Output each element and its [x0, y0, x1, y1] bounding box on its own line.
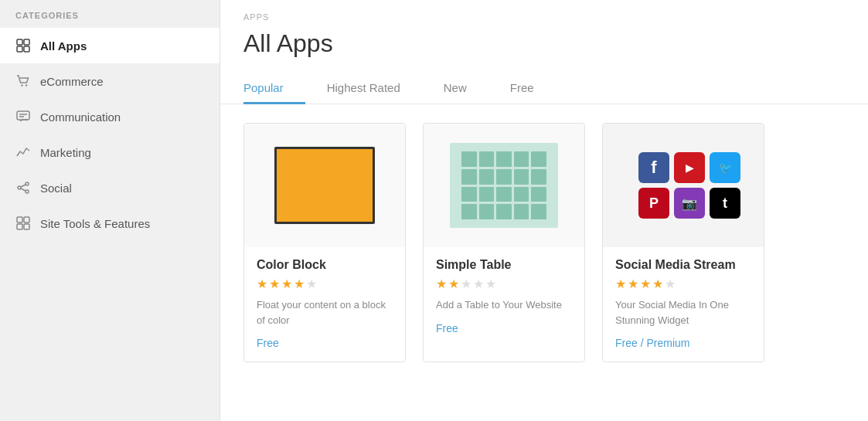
sidebar-item-social[interactable]: Social	[0, 170, 220, 205]
instagram-icon: 📷	[674, 188, 705, 219]
svg-rect-3	[24, 46, 29, 52]
svg-rect-17	[24, 224, 29, 229]
sidebar-item-ecommerce[interactable]: eCommerce	[0, 63, 220, 99]
main-content: APPS All Apps Popular Highest Rated New …	[220, 0, 868, 421]
star-5: ★	[485, 277, 496, 291]
star-4: ★	[294, 277, 305, 291]
card-social-media-stream[interactable]: f ▶ 🐦 P 📷 t Social Media Stream ★ ★ ★ ★ …	[602, 123, 764, 362]
card-image-color-block	[244, 124, 405, 247]
card-title: Simple Table	[436, 258, 572, 272]
pinterest-icon: P	[638, 188, 669, 219]
svg-rect-6	[17, 111, 29, 120]
star-5: ★	[306, 277, 317, 291]
card-price[interactable]: Free / Premium	[615, 337, 751, 349]
svg-rect-14	[17, 217, 22, 222]
twitter-icon: 🐦	[710, 152, 740, 183]
youtube-icon: ▶	[674, 152, 705, 183]
card-title: Social Media Stream	[615, 258, 751, 272]
star-3: ★	[281, 277, 292, 291]
svg-point-11	[26, 190, 29, 193]
breadcrumb: APPS	[220, 0, 868, 25]
svg-line-12	[21, 185, 26, 187]
card-body-color-block: Color Block ★ ★ ★ ★ ★ Float your content…	[244, 247, 405, 362]
svg-point-5	[26, 84, 27, 86]
tab-free[interactable]: Free	[488, 73, 556, 104]
grid-icon	[15, 38, 31, 53]
svg-rect-15	[24, 217, 29, 222]
social-media-preview: f ▶ 🐦 P 📷 t	[629, 143, 737, 228]
sidebar-item-all-apps[interactable]: All Apps	[0, 28, 220, 63]
categories-label: CATEGORIES	[0, 0, 220, 28]
svg-point-4	[21, 84, 22, 86]
table-grid	[461, 151, 546, 219]
sidebar-item-communication[interactable]: Communication	[0, 99, 220, 134]
card-description: Your Social Media In One Stunning Widget	[615, 297, 751, 328]
cards-container: Color Block ★ ★ ★ ★ ★ Float your content…	[220, 123, 868, 385]
card-image-simple-table	[424, 124, 584, 247]
card-color-block[interactable]: Color Block ★ ★ ★ ★ ★ Float your content…	[243, 123, 406, 362]
tools-icon	[15, 216, 31, 231]
star-3: ★	[640, 277, 651, 291]
tab-highest-rated[interactable]: Highest Rated	[305, 73, 422, 104]
sidebar-item-site-tools[interactable]: Site Tools & Features	[0, 205, 220, 241]
star-2: ★	[628, 277, 638, 291]
star-2: ★	[269, 277, 280, 291]
card-image-social-media: f ▶ 🐦 P 📷 t	[603, 124, 764, 247]
star-rating: ★ ★ ★ ★ ★	[615, 277, 751, 291]
social-icon	[15, 180, 31, 195]
card-simple-table[interactable]: Simple Table ★ ★ ★ ★ ★ Add a Table to Yo…	[423, 123, 585, 362]
sidebar: CATEGORIES All Apps eCommerce	[0, 0, 220, 421]
star-1: ★	[615, 277, 626, 291]
card-title: Color Block	[257, 258, 393, 272]
tab-popular[interactable]: Popular	[243, 73, 305, 104]
tabs-bar: Popular Highest Rated New Free	[220, 58, 868, 104]
sidebar-item-label: Social	[40, 182, 72, 195]
svg-rect-2	[17, 46, 22, 52]
sidebar-item-label: Marketing	[40, 146, 91, 159]
sidebar-item-label: Site Tools & Features	[40, 217, 150, 230]
star-1: ★	[436, 277, 447, 291]
card-description: Add a Table to Your Website	[436, 297, 572, 313]
sidebar-item-label: All Apps	[40, 39, 87, 53]
page-title: All Apps	[220, 25, 868, 58]
card-description: Float your content on a block of color	[257, 297, 393, 328]
star-2: ★	[448, 277, 459, 291]
svg-point-10	[18, 186, 21, 189]
cart-icon	[15, 73, 31, 89]
tumblr-icon: t	[710, 188, 740, 219]
star-rating: ★ ★ ★ ★ ★	[257, 277, 393, 291]
svg-rect-16	[17, 224, 22, 229]
star-4: ★	[473, 277, 484, 291]
facebook-icon: f	[638, 152, 669, 183]
svg-rect-0	[17, 39, 22, 45]
star-3: ★	[461, 277, 471, 291]
card-price[interactable]: Free	[257, 337, 393, 349]
tab-new[interactable]: New	[422, 73, 488, 104]
card-body-social-media: Social Media Stream ★ ★ ★ ★ ★ Your Socia…	[603, 247, 764, 362]
color-block-preview	[274, 147, 375, 224]
svg-line-13	[21, 188, 26, 191]
card-body-simple-table: Simple Table ★ ★ ★ ★ ★ Add a Table to Yo…	[424, 247, 584, 347]
chart-icon	[15, 144, 31, 160]
chat-icon	[15, 109, 31, 124]
svg-point-9	[26, 182, 29, 185]
sidebar-item-marketing[interactable]: Marketing	[0, 134, 220, 170]
simple-table-preview	[450, 143, 558, 228]
star-4: ★	[652, 277, 663, 291]
star-5: ★	[665, 277, 676, 291]
star-rating: ★ ★ ★ ★ ★	[436, 277, 572, 291]
sidebar-item-label: eCommerce	[40, 75, 104, 88]
svg-rect-1	[24, 39, 29, 45]
sidebar-item-label: Communication	[40, 110, 121, 124]
star-1: ★	[257, 277, 267, 291]
card-price[interactable]: Free	[436, 322, 572, 334]
